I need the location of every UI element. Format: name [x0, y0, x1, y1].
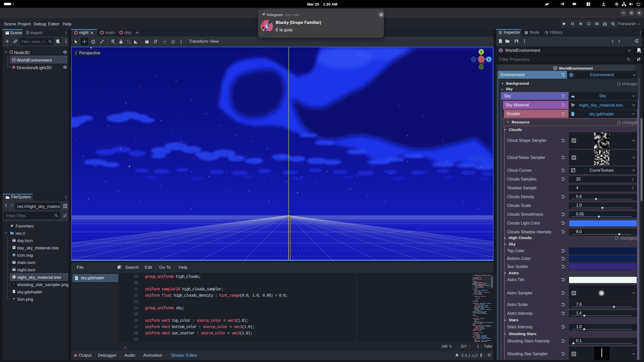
svg-text:Y: Y: [480, 50, 482, 54]
svg-text:Z: Z: [488, 58, 490, 61]
